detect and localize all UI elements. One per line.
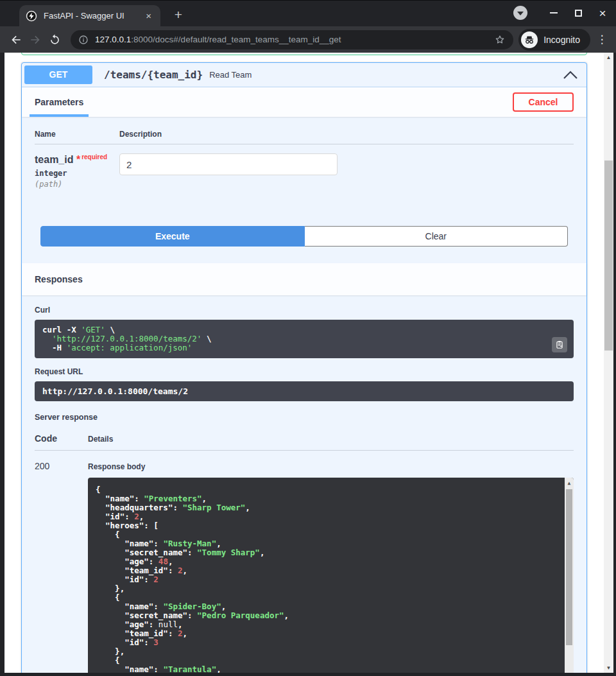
previous-endpoint-block-edge[interactable]: [21, 53, 587, 55]
responses-section: Curl curl -X 'GET' \ 'http://127.0.0.1:8…: [22, 295, 586, 673]
required-star: *: [76, 154, 80, 165]
parameter-type: integer: [35, 169, 119, 178]
page-content: GET /teams/{team_id} Read Team Parameter…: [4, 53, 604, 673]
response-body-box: { "name": "Preventers", "headquarters": …: [88, 478, 574, 673]
cancel-button[interactable]: Cancel: [513, 92, 574, 112]
response-body-label: Response body: [88, 462, 574, 471]
collapse-chevron-icon[interactable]: [563, 71, 578, 79]
url-path: :8000/docs#/default/read_team_teams__tea…: [131, 35, 341, 44]
forward-button[interactable]: [26, 30, 45, 49]
responses-title: Responses: [35, 274, 83, 284]
scroll-up-icon[interactable]: ▲: [565, 479, 574, 488]
execute-button[interactable]: Execute: [40, 226, 305, 247]
new-tab-button[interactable]: +: [169, 6, 187, 24]
browser-window: FastAPI - Swagger UI × + × 127.0.0.: [0, 0, 616, 676]
parameters-table-header: Name Description: [35, 130, 574, 144]
execute-row: Execute Clear: [40, 226, 568, 247]
parameter-info: team_id *required integer (path): [35, 153, 119, 189]
page-scroll-up-icon[interactable]: ▲: [604, 55, 613, 60]
maximize-button[interactable]: [571, 6, 585, 20]
column-code: Code: [35, 433, 88, 444]
request-url-value: http://127.0.0.1:8000/teams/2: [35, 381, 574, 401]
server-response-label: Server response: [35, 413, 574, 422]
curl-command-code: curl -X 'GET' \ 'http://127.0.0.1:8000/t…: [42, 325, 548, 352]
response-table-header: Code Details: [35, 433, 574, 451]
parameter-value-cell: [119, 153, 574, 189]
window-close-button[interactable]: ×: [595, 6, 610, 20]
tab-title: FastAPI - Swagger UI: [44, 11, 143, 21]
column-name: Name: [35, 130, 119, 139]
parameters-header: Parameters Cancel: [22, 87, 586, 117]
incognito-label: Incognito: [543, 35, 580, 45]
tab-close-icon[interactable]: ×: [143, 10, 154, 22]
incognito-icon: [521, 31, 538, 48]
window-controls: ×: [513, 6, 610, 20]
browser-menu-icon[interactable]: ⋮: [594, 33, 610, 46]
fastapi-favicon-icon: [26, 10, 37, 22]
team-id-input[interactable]: [119, 153, 338, 175]
response-body-scrollbar[interactable]: ▲: [565, 478, 574, 673]
parameter-row: team_id *required integer (path): [35, 144, 574, 189]
curl-label: Curl: [35, 306, 574, 315]
url-text: 127.0.0.1:8000/docs#/default/read_team_t…: [95, 35, 494, 44]
address-bar[interactable]: 127.0.0.1:8000/docs#/default/read_team_t…: [71, 30, 513, 49]
copy-to-clipboard-button[interactable]: [552, 337, 567, 352]
status-code: 200: [35, 461, 88, 673]
page-scrollbar-thumb[interactable]: [604, 160, 613, 351]
back-button[interactable]: [6, 30, 26, 49]
response-scrollbar-thumb[interactable]: [566, 489, 572, 645]
parameters-section: Name Description team_id *required integ…: [22, 117, 586, 263]
curl-command-box: curl -X 'GET' \ 'http://127.0.0.1:8000/t…: [35, 320, 574, 358]
method-badge: GET: [24, 65, 92, 84]
url-host: 127.0.0.1: [95, 35, 131, 44]
bookmark-star-icon[interactable]: [494, 34, 506, 46]
column-description: Description: [119, 130, 574, 139]
browser-tab[interactable]: FastAPI - Swagger UI ×: [19, 5, 160, 26]
clear-button[interactable]: Clear: [305, 226, 569, 247]
incognito-badge: Incognito: [518, 29, 590, 51]
tab-bar: FastAPI - Swagger UI × + ×: [0, 1, 616, 26]
response-body-code: { "name": "Preventers", "headquarters": …: [96, 485, 557, 673]
response-details: Response body { "name": "Preventers", "h…: [88, 461, 574, 673]
endpoint-summary-text: Read Team: [209, 70, 252, 80]
parameter-name: team_id *required: [35, 153, 119, 166]
endpoint-summary[interactable]: GET /teams/{team_id} Read Team: [22, 63, 586, 87]
required-label: required: [81, 153, 107, 160]
page-scroll-down-icon[interactable]: ▼: [604, 665, 613, 671]
get-endpoint-block: GET /teams/{team_id} Read Team Parameter…: [21, 62, 587, 673]
server-response-row: 200 Response body { "name": "Preventers"…: [35, 451, 574, 673]
endpoint-path: /teams/{team_id}: [104, 69, 203, 81]
page-info-icon[interactable]: [78, 35, 89, 45]
column-details: Details: [88, 433, 574, 444]
tab-search-icon[interactable]: [513, 6, 527, 20]
page-scrollbar[interactable]: ▲ ▼: [604, 53, 613, 673]
tab-parameters[interactable]: Parameters: [30, 87, 89, 117]
browser-toolbar: 127.0.0.1:8000/docs#/default/read_team_t…: [0, 26, 616, 53]
parameter-location: (path): [35, 180, 119, 189]
responses-header: Responses: [22, 263, 586, 295]
reload-button[interactable]: [45, 30, 64, 49]
request-url-label: Request URL: [35, 367, 574, 376]
minimize-button[interactable]: [547, 6, 561, 20]
